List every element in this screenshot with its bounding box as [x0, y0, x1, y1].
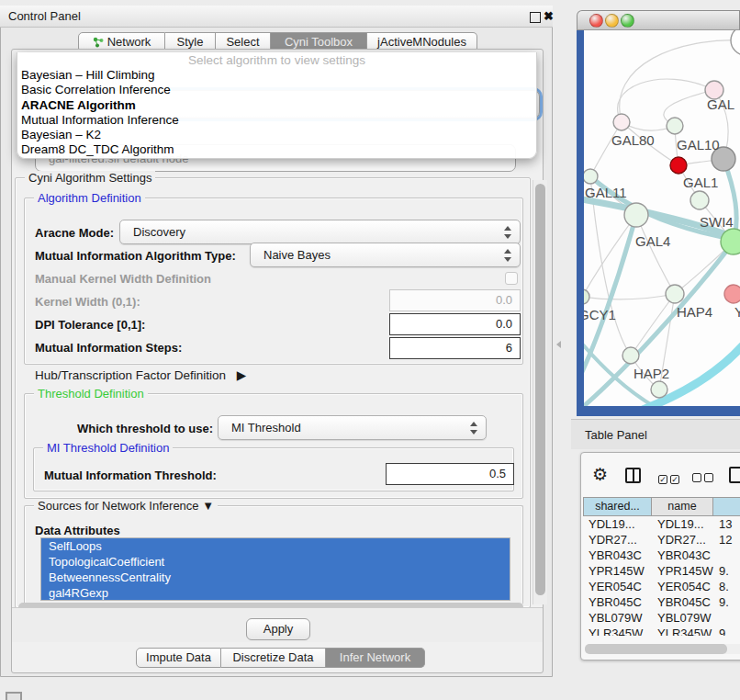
network-node[interactable]: [721, 229, 740, 254]
bottom-tab-infer-network[interactable]: Infer Network: [326, 648, 425, 668]
table-cell: 8.: [713, 579, 740, 594]
table-row[interactable]: YBR045CYBR045C9.: [583, 594, 740, 610]
dropdown-header: Select algorithm to view settings: [17, 52, 536, 68]
algorithm-option-bayesian-k2[interactable]: Bayesian – K2: [17, 128, 536, 142]
table-cell: 9.: [713, 563, 740, 579]
network-edge: [584, 294, 675, 299]
mi-type-label: Mutual Information Algorithm Type:: [35, 249, 236, 263]
table-hscrollbar-track[interactable]: [585, 644, 740, 654]
table-cell: 9.: [713, 626, 740, 636]
algorithm-option-basic-correlation-inference[interactable]: Basic Correlation Inference: [17, 83, 536, 97]
network-node[interactable]: [731, 30, 740, 55]
network-node[interactable]: [667, 118, 683, 134]
network-node[interactable]: [670, 157, 687, 174]
table-cell: YLR345W: [652, 626, 713, 636]
mi-steps-label: Mutual Information Steps:: [35, 341, 182, 355]
kernel-width-field[interactable]: 0.0: [389, 289, 521, 311]
mi-type-combobox[interactable]: Naive Bayes: [250, 243, 521, 267]
network-node[interactable]: [622, 347, 639, 364]
collapse-down-icon[interactable]: ▼: [202, 499, 214, 513]
table-cell: YBR043C: [583, 548, 652, 563]
hub-definition-expander[interactable]: Hub/Transcription Factor Definition ▶: [35, 367, 246, 382]
algorithm-dropdown-popup: Select algorithm to view settings Bayesi…: [17, 52, 537, 159]
float-window-icon[interactable]: [530, 12, 541, 23]
node-label-gal11: GAL11: [585, 185, 627, 200]
algorithm-option-dream8-dc-tdc-algorithm[interactable]: Dream8 DC_TDC Algorithm: [17, 142, 536, 157]
bottom-tab-impute-data[interactable]: Impute Data: [136, 648, 221, 668]
close-icon[interactable]: ✖: [544, 7, 554, 26]
table-row[interactable]: YLR345WYLR345W9.: [583, 626, 740, 636]
mi-steps-field[interactable]: 6: [389, 337, 521, 359]
node-label-gal4: GAL4: [635, 233, 670, 249]
node-label-y: Y: [734, 304, 740, 320]
column-header-col2[interactable]: [713, 497, 740, 516]
table-row[interactable]: YDL19...YDL19...13: [583, 516, 740, 532]
table-cell: YDL19...: [652, 516, 713, 532]
mac-minimize-button[interactable]: [605, 14, 619, 28]
spinner-icon: [469, 422, 477, 435]
node-label-hap2: HAP2: [633, 366, 669, 381]
data-attributes-list: SelfLoopsTopologicalCoefficientBetweenne…: [40, 537, 510, 601]
mi-threshold-field[interactable]: 0.5: [386, 463, 514, 485]
spinner-icon: [503, 226, 511, 239]
network-node[interactable]: [624, 203, 648, 227]
aracne-mode-value: Discovery: [133, 225, 185, 239]
attribute-item-selfloops[interactable]: SelfLoops: [41, 538, 510, 554]
splitter-handle-icon[interactable]: [556, 341, 561, 348]
checked-boxes-icon[interactable]: ✓✓: [658, 469, 682, 486]
table-cell: YBL079W: [583, 610, 652, 626]
table-panel-header: Table Panel: [571, 419, 740, 449]
table-cell: YDL19...: [583, 516, 652, 532]
which-threshold-combobox[interactable]: MI Threshold: [218, 415, 487, 440]
table-row[interactable]: YDR27...YDR27...12: [583, 532, 740, 548]
network-edge: [584, 215, 636, 297]
algorithm-option-aracne-algorithm[interactable]: ARACNE Algorithm: [17, 98, 536, 113]
network-edge: [584, 215, 636, 397]
table-row[interactable]: YPR145WYPR145W9.: [583, 563, 740, 579]
settings-vscrollbar-track[interactable]: [533, 180, 547, 604]
which-threshold-label: Which threshold to use:: [77, 422, 213, 435]
bottom-tab-discretize-data[interactable]: Discretize Data: [221, 648, 326, 668]
network-canvas[interactable]: GALGAL80GAL10GAL1GAL11SWI4GAL4GCY1HAP4YH…: [584, 30, 740, 406]
column-header-shared[interactable]: shared...: [583, 497, 652, 516]
column-header-name[interactable]: name: [652, 497, 713, 516]
network-node[interactable]: [613, 114, 630, 130]
table-row[interactable]: YBL079WYBL079W: [583, 610, 740, 626]
node-label-gal80: GAL80: [611, 132, 655, 148]
attribute-item-topologicalcoefficient[interactable]: TopologicalCoefficient: [41, 554, 510, 570]
unchecked-boxes-icon[interactable]: [692, 469, 716, 486]
network-node[interactable]: [666, 285, 684, 303]
table-panel-title: Table Panel: [585, 428, 647, 442]
split-columns-icon[interactable]: [625, 468, 641, 483]
aracne-mode-combobox[interactable]: Discovery: [119, 220, 521, 244]
network-edge: [590, 122, 622, 176]
network-node[interactable]: [584, 169, 598, 184]
dpi-tolerance-field[interactable]: 0.0: [389, 313, 521, 335]
mi-threshold-label: Mutual Information Threshold:: [44, 469, 217, 482]
network-node[interactable]: [690, 191, 709, 209]
mac-close-button[interactable]: [589, 14, 603, 28]
control-panel-titlebar: Control Panel: [0, 6, 553, 28]
mac-zoom-button[interactable]: [621, 14, 634, 28]
apply-button[interactable]: Apply: [246, 618, 310, 640]
partial-toolbar-icon[interactable]: [729, 467, 740, 483]
table-row[interactable]: YBR043CYBR043C: [583, 548, 740, 563]
dpi-tolerance-label: DPI Tolerance [0,1]:: [35, 318, 145, 332]
dropdown-list: Bayesian – Hill ClimbingBasic Correlatio…: [17, 68, 536, 158]
network-node[interactable]: [651, 381, 667, 398]
table-cell: YER054C: [652, 579, 713, 594]
table-hscrollbar-thumb[interactable]: [585, 644, 727, 654]
manual-kernel-checkbox[interactable]: [505, 272, 518, 285]
algorithm-option-bayesian-hill-climbing[interactable]: Bayesian – Hill Climbing: [17, 68, 536, 83]
attribute-item-betweennesscentrality[interactable]: BetweennessCentrality: [41, 570, 510, 585]
algorithm-option-mutual-information-inference[interactable]: Mutual Information Inference: [17, 113, 536, 128]
table-row[interactable]: YER054CYER054C8.: [583, 579, 740, 594]
gear-icon[interactable]: ⚙: [592, 466, 608, 483]
attribute-item-gal4rgexp[interactable]: gal4RGexp: [41, 585, 510, 601]
bottom-tabs: Impute DataDiscretize DataInfer Network: [136, 648, 425, 668]
network-node[interactable]: [724, 285, 740, 303]
mi-type-value: Naive Bayes: [263, 248, 331, 262]
settings-vscrollbar-thumb[interactable]: [535, 184, 545, 595]
minimized-panel-icon[interactable]: [6, 692, 22, 700]
network-node[interactable]: [584, 289, 589, 304]
